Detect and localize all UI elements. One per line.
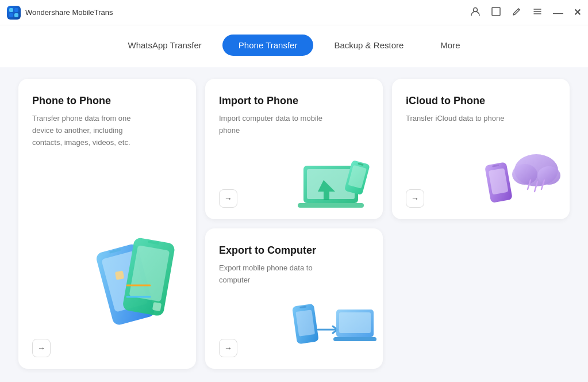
svg-rect-37 [333, 337, 376, 341]
titlebar-controls: — ✕ [470, 6, 581, 19]
close-icon[interactable]: ✕ [574, 7, 581, 18]
card-export-desc: Export mobile phone data to computer [219, 262, 334, 286]
tab-whatsapp[interactable]: WhatsApp Transfer [112, 35, 217, 56]
card-export-arrow[interactable]: → [219, 339, 237, 357]
svg-rect-15 [115, 270, 124, 280]
card-phone-to-phone-arrow[interactable]: → [32, 339, 51, 357]
app-name: Wondershare MobileTrans [25, 8, 113, 17]
menu-icon[interactable] [532, 6, 543, 19]
svg-rect-36 [339, 312, 371, 333]
minimize-icon[interactable]: — [553, 7, 563, 18]
card-import-title: Import to Phone [219, 95, 369, 107]
svg-rect-2 [9, 13, 13, 17]
card-phone-to-phone[interactable]: Phone to Phone Transfer phone data from … [18, 79, 196, 369]
card-icloud-title: iCloud to Phone [406, 95, 556, 107]
svg-rect-19 [298, 203, 364, 208]
export-illustration [289, 298, 378, 364]
tab-more[interactable]: More [424, 35, 476, 56]
icloud-illustration [482, 146, 565, 215]
import-illustration [292, 146, 378, 215]
svg-point-24 [512, 164, 537, 185]
card-import-desc: Import computer data to mobile phone [219, 113, 334, 137]
edit-icon[interactable] [512, 6, 522, 19]
card-export-title: Export to Computer [219, 245, 369, 257]
svg-rect-0 [9, 8, 13, 12]
svg-point-25 [537, 166, 560, 185]
nav-bar: WhatsApp Transfer Phone Transfer Backup … [0, 25, 588, 67]
svg-rect-1 [14, 8, 18, 12]
titlebar-left: Wondershare MobileTrans [7, 6, 113, 20]
card-import-arrow[interactable]: → [219, 189, 237, 208]
svg-rect-33 [295, 310, 315, 336]
tab-backup[interactable]: Backup & Restore [318, 35, 420, 56]
svg-rect-3 [14, 13, 18, 17]
app-icon [7, 6, 21, 20]
window-icon[interactable] [491, 6, 501, 19]
svg-rect-16 [152, 302, 162, 311]
card-phone-to-phone-desc: Transfer phone data from one device to a… [32, 113, 147, 148]
titlebar: Wondershare MobileTrans [0, 0, 588, 25]
card-icloud-desc: Transfer iCloud data to phone [406, 113, 521, 125]
account-icon[interactable] [470, 6, 481, 19]
card-import-to-phone[interactable]: Import to Phone Import computer data to … [205, 79, 383, 219]
main-content: Phone to Phone Transfer phone data from … [0, 67, 588, 382]
card-export-to-computer[interactable]: Export to Computer Export mobile phone d… [205, 228, 383, 369]
phone-to-phone-illustration [75, 219, 196, 334]
svg-rect-5 [492, 7, 500, 16]
card-icloud-arrow[interactable]: → [406, 189, 424, 208]
tab-phone[interactable]: Phone Transfer [222, 35, 314, 56]
card-phone-to-phone-title: Phone to Phone [32, 95, 182, 107]
card-icloud-to-phone[interactable]: iCloud to Phone Transfer iCloud data to … [392, 79, 570, 219]
